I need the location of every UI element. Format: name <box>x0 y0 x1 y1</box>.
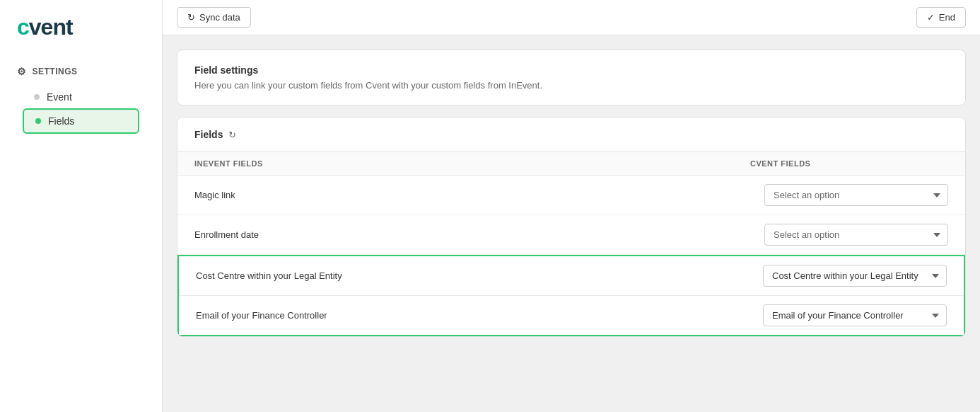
content-area: Field settings Here you can link your cu… <box>163 35 980 412</box>
col-cvent-label: CVENT FIELDS <box>750 159 948 168</box>
highlighted-rows-container: Cost Centre within your Legal Entity Cos… <box>177 255 965 336</box>
refresh-icon[interactable]: ↻ <box>228 130 236 140</box>
fields-title: Fields <box>194 129 223 140</box>
nav-dot <box>34 94 40 100</box>
end-button[interactable]: ✓ End <box>916 7 966 28</box>
field-row-magic-link: Magic link Select an option <box>177 176 965 215</box>
fields-card: Fields ↻ INEVENT FIELDS CVENT FIELDS Mag… <box>177 117 966 337</box>
sidebar-item-fields[interactable]: Fields <box>23 108 139 134</box>
field-row-email-finance: Email of your Finance Controller Email o… <box>179 296 964 335</box>
field-row-enrollment-date: Enrollment date Select an option <box>177 215 965 255</box>
gear-icon: ⚙ <box>17 66 27 77</box>
logo: cvent <box>0 14 162 57</box>
field-settings-title: Field settings <box>194 64 948 76</box>
settings-label: ⚙ SETTINGS <box>17 66 145 77</box>
top-bar: ↻ Sync data ✓ End <box>163 0 980 35</box>
field-name-enrollment-date: Enrollment date <box>194 229 764 240</box>
col-inevent-label: INEVENT FIELDS <box>194 159 750 168</box>
field-name-cost-centre: Cost Centre within your Legal Entity <box>196 270 763 281</box>
sync-icon: ↻ <box>187 12 195 23</box>
fields-columns: INEVENT FIELDS CVENT FIELDS <box>177 152 965 176</box>
sync-data-button[interactable]: ↻ Sync data <box>177 7 251 28</box>
field-row-cost-centre: Cost Centre within your Legal Entity Cos… <box>179 256 964 296</box>
field-settings-card: Field settings Here you can link your cu… <box>177 50 966 105</box>
check-icon: ✓ <box>927 12 935 23</box>
sidebar-item-event[interactable]: Event <box>17 86 145 108</box>
fields-header: Fields ↻ <box>177 118 965 152</box>
settings-section: ⚙ SETTINGS Event Fields <box>0 57 162 139</box>
field-select-cost-centre[interactable]: Cost Centre within your Legal Entity Sel… <box>763 265 947 287</box>
field-select-email-finance[interactable]: Email of your Finance Controller Select … <box>763 304 947 326</box>
logo-rest: vent <box>29 14 73 40</box>
sidebar: cvent ⚙ SETTINGS Event Fields <box>0 0 163 412</box>
nav-dot-active <box>35 118 41 124</box>
main-content: ↻ Sync data ✓ End Field settings Here yo… <box>163 0 980 412</box>
nav-items: Event Fields <box>17 86 145 134</box>
field-select-magic-link[interactable]: Select an option <box>764 184 948 206</box>
field-name-magic-link: Magic link <box>194 190 764 200</box>
logo-c: c <box>17 14 29 40</box>
field-name-email-finance: Email of your Finance Controller <box>196 310 763 321</box>
field-settings-desc: Here you can link your custom fields fro… <box>194 80 948 91</box>
field-select-enrollment-date[interactable]: Select an option <box>764 224 948 246</box>
